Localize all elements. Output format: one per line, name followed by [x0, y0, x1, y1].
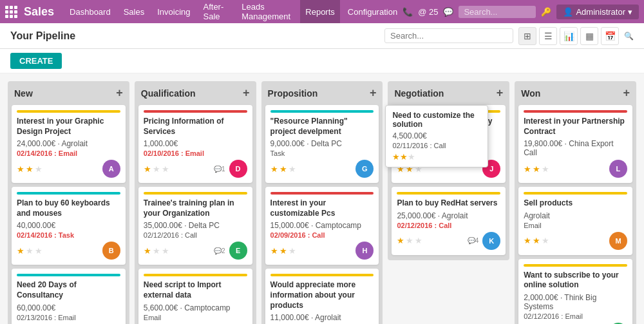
col-add-button[interactable]: + — [497, 86, 504, 100]
avatar: B — [102, 242, 120, 260]
col-label: New — [14, 88, 33, 99]
card-date: 02/14/2016 : Task — [17, 231, 120, 239]
card-bottom: ★★★ M — [524, 232, 627, 250]
page-title: Your Pipeline — [10, 30, 75, 42]
avatar: E — [229, 242, 247, 260]
table-row[interactable]: Interest in your Partnership Contract 19… — [518, 105, 632, 183]
card-amount: 5,600.00€ · Camptocamp — [144, 303, 247, 312]
card-color-bar — [524, 264, 627, 267]
card-bottom: ★★★ 💬4 K — [397, 232, 500, 250]
col-add-button[interactable]: + — [623, 86, 630, 100]
card-bottom: ★★★ 💬2 E — [144, 242, 247, 260]
search-icon[interactable]: 🔍 — [624, 32, 634, 41]
top-search-input[interactable] — [459, 6, 536, 18]
login-icon[interactable]: 🔑 — [541, 7, 551, 17]
tooltip-stars: ★★★ — [392, 152, 481, 162]
card-title: Interest in your customizable Pcs — [270, 198, 374, 218]
card-message-count: 💬2 — [214, 247, 225, 254]
table-row[interactable]: Trainee's training plan in your Organiza… — [138, 187, 252, 265]
card-bottom: ★★★ A — [17, 160, 120, 178]
kanban-col-qualification: Qualification + Pricing Information of S… — [135, 81, 256, 324]
card-amount: 60,000.00€ — [17, 303, 120, 312]
chat-icon[interactable]: 💬 — [443, 7, 453, 17]
card-title: Want to subscribe to your online solutio… — [524, 271, 627, 291]
card-title: Sell products — [524, 198, 627, 209]
card-title: Trainee's training plan in your Organiza… — [144, 198, 247, 218]
avatar: G — [355, 160, 374, 178]
phone-icon[interactable]: 📞 — [402, 7, 413, 17]
col-label: Won — [521, 88, 540, 99]
table-row[interactable]: Pricing Information of Services 1,000.00… — [138, 105, 252, 183]
subheader: Your Pipeline ⊞ ☰ 📊 ▦ 📅 🔍 — [0, 23, 644, 49]
card-date: 02/13/2016 : Email — [17, 314, 120, 321]
nav-sales[interactable]: Sales — [118, 0, 150, 23]
col-label: Qualification — [141, 88, 196, 99]
col-label: Negotiation — [394, 88, 444, 99]
card-stars: ★★★ — [397, 236, 422, 245]
nav-aftersale[interactable]: After-Sale — [198, 0, 234, 23]
card-amount: 11,000.00€ · Agrolait — [270, 313, 374, 322]
card-title: Plan to buy 60 keyboards and mouses — [17, 198, 120, 218]
table-row[interactable]: Would appreciate more information about … — [265, 269, 379, 324]
card-stars: ★★★ — [270, 164, 296, 174]
card-amount: 1,000.00€ — [144, 139, 247, 148]
card-bottom: ★★★ L — [524, 160, 627, 178]
col-label: Proposition — [268, 88, 318, 99]
nav-configuration[interactable]: Configuration — [343, 0, 402, 23]
chart-view-button[interactable]: 📊 — [560, 27, 578, 45]
tooltip-popup: Need to customize the solution 4,500.00€… — [385, 105, 488, 167]
app-logo[interactable]: Sales — [5, 5, 54, 19]
table-row[interactable]: Need 20 Days of Consultancy 60,000.00€ 0… — [12, 269, 126, 324]
card-amount: 19,800.00€ · China Export Call — [524, 139, 627, 157]
card-color-bar — [270, 274, 374, 276]
card-color-bar — [144, 274, 247, 276]
card-date: 02/10/2016 : Email — [144, 149, 247, 157]
card-title: Would appreciate more information about … — [270, 280, 374, 310]
nav-leads[interactable]: Leads Management — [236, 0, 298, 23]
create-button[interactable]: CREATE — [10, 53, 62, 69]
table-row[interactable]: Interest in your customizable Pcs 15,000… — [265, 187, 379, 265]
col-add-button[interactable]: + — [243, 86, 250, 100]
calendar-view-button[interactable]: 📅 — [601, 27, 619, 45]
at-count[interactable]: @ 25 — [418, 7, 438, 17]
col-add-button[interactable]: + — [370, 86, 377, 100]
nav-dashboard[interactable]: Dashboard — [64, 0, 116, 23]
search-input[interactable] — [384, 28, 513, 43]
view-toggle: ⊞ ☰ 📊 ▦ 📅 — [518, 27, 619, 45]
table-row[interactable]: Plan to buy RedHat servers 25,000.00€ · … — [392, 187, 506, 255]
table-row[interactable]: Need script to Import external data 5,60… — [138, 269, 252, 324]
card-color-bar — [524, 110, 627, 113]
card-title: Plan to buy RedHat servers — [397, 198, 500, 209]
card-amount: 24,000.00€ · Agrolait — [17, 139, 120, 148]
kanban-view-button[interactable]: ⊞ — [518, 27, 536, 45]
card-date: 02/12/2016 : Email — [524, 312, 627, 320]
list-view-button[interactable]: ☰ — [539, 27, 557, 45]
table-row[interactable]: Interest in your Graphic Design Project … — [12, 105, 126, 183]
table-row[interactable]: Plan to buy 60 keyboards and mouses 40,0… — [12, 187, 126, 265]
nav-reports[interactable]: Reports — [300, 0, 340, 23]
card-title: Interest in your Partnership Contract — [524, 117, 627, 137]
nav-invoicing[interactable]: Invoicing — [152, 0, 195, 23]
pivot-view-button[interactable]: ▦ — [580, 27, 598, 45]
avatar: L — [609, 160, 627, 178]
avatar: M — [609, 232, 627, 250]
col-cards-won: Interest in your Partnership Contract 19… — [515, 105, 636, 324]
subheader-right: ⊞ ☰ 📊 ▦ 📅 🔍 — [384, 27, 634, 45]
card-color-bar — [270, 192, 374, 195]
card-stars: ★★★ — [144, 164, 169, 174]
avatar: D — [229, 160, 247, 178]
table-row[interactable]: Want to subscribe to your online solutio… — [518, 259, 632, 324]
card-stars: ★★★ — [524, 236, 549, 245]
tooltip-title: Need to customize the solution — [392, 111, 481, 129]
card-date: Email — [144, 314, 247, 321]
col-add-button[interactable]: + — [116, 86, 123, 100]
admin-button[interactable]: 👤 Administrator ▾ — [556, 5, 639, 19]
table-row[interactable]: Sell products Agrolait Email ★★★ M — [518, 187, 632, 255]
card-stars: ★★★ — [17, 246, 43, 256]
table-row[interactable]: Need to customize the solution 4,500.00€… — [392, 105, 506, 183]
card-amount: 2,000.00€ · Think Big Systems — [524, 293, 627, 311]
card-message-count: 💬1 — [214, 166, 225, 173]
card-color-bar — [397, 192, 500, 195]
kanban-col-negotiation: Negotiation + Need to customize the solu… — [388, 81, 509, 260]
table-row[interactable]: "Resource Planning" project develpment 9… — [265, 105, 379, 183]
